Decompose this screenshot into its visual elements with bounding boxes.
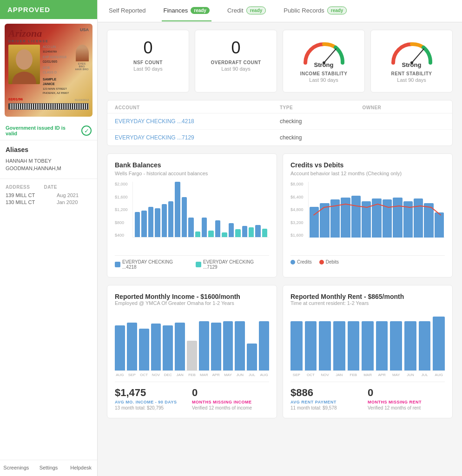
stat-cards-row: 0 NSF COUNT Last 90 days 0 OVERDRAFT COU… [107,30,453,93]
income-stability-gauge: Strong INCOME STABILITY Last 90 days [290,40,357,83]
rent-stability-gauge: Strong RENT STABILITY Last 90 days [378,40,445,83]
credits-debits-subtitle: Account behavior last 12 months (Checkin… [290,171,445,176]
overdraft-count-label: OVERDRAFT COUNT [203,60,269,65]
id-valid-text: Government issued ID is valid [6,125,79,136]
top-nav: Self Reported Finances ready Credit read… [98,0,462,22]
missing-rent-label: MONTHS MISSING RENT [368,400,445,404]
addresses-section: ADDRESS DATE 139 MILL CT Aug 2021 130 MI… [0,179,97,460]
rent-stability-days: Last 90 days [397,77,426,83]
bank-balances-legend: EVERYDAY CHECKING ...4218 EVERYDAY CHECK… [115,255,269,270]
col-header-account: ACCOUNT [115,105,280,110]
income-rent-row: Reported Monthly Income - $1600/month Em… [107,285,453,418]
address-row: 139 MILL CT Aug 2021 [6,192,92,198]
tab-finances[interactable]: Finances ready [162,0,211,21]
bank-balances-chart: $2,000 $1,600 $1,200 $800 $400 [115,182,269,251]
avg-income-sublabel: 13 month total: $20,795 [115,405,192,410]
alias-item: GOODMAN,HANNAH,M [6,165,92,171]
avg-income-label: AVG MO. INCOME - 90 DAYS [115,400,192,404]
monthly-income-subtitle: Employed @ YMCA Of Greater Omaha for 1-2… [115,300,269,306]
accounts-header-row: ACCOUNT TYPE OWNER [107,100,452,113]
monthly-rent-title: Reported Monthly Rent - $865/month [290,293,445,300]
sidebar-nav-helpdesk[interactable]: Helpdesk [65,460,97,476]
avg-rent-label: AVG RENT PAYMENT [290,400,368,404]
credits-debits-card: Credits vs Debits Account behavior last … [283,153,453,278]
nsf-count-card: 0 NSF COUNT Last 90 days [107,30,189,93]
monthly-income-stats: $1,475 AVG MO. INCOME - 90 DAYS 13 month… [115,382,269,410]
missing-rent-value: 0 [368,387,445,399]
address-row: 130 MILL CT Jan 2020 [6,199,92,205]
monthly-income-card: Reported Monthly Income - $1600/month Em… [107,285,277,418]
monthly-income-labels: AUG SEP OCT NOV DEC JAN FEB MAR APR MAY … [115,373,269,377]
approved-banner: APPROVED [0,0,97,19]
legend-item-0: EVERYDAY CHECKING ...4218 [115,259,188,270]
bank-balances-card: Bank Balances Wells Fargo - historical a… [107,153,277,278]
legend-item-1: EVERYDAY CHECKING ...7129 [196,259,269,270]
charts-row: Bank Balances Wells Fargo - historical a… [107,153,453,278]
svg-line-3 [412,49,424,63]
overdraft-count-sublabel: Last 90 days [203,66,269,72]
credits-debits-chart: $8,000 $6,400 $4,800 $3,200 $1,600 [290,182,445,251]
missing-income-sublabel: Verified 12 months of income [192,405,269,410]
svg-line-1 [324,49,336,63]
tab-self-reported[interactable]: Self Reported [107,0,148,21]
nsf-count-sublabel: Last 90 days [115,66,181,72]
monthly-rent-card: Reported Monthly Rent - $865/month Time … [283,285,453,418]
alias-item: HANNAH M TOBEY [6,158,92,164]
account-owner-1 [363,134,445,141]
account-name-0[interactable]: EVERYDAY CHECKING ...4218 [115,118,280,125]
col-header-owner: OWNER [363,105,445,110]
credits-debits-legend: Credits Debits [290,255,445,264]
income-stability-card: Strong INCOME STABILITY Last 90 days [283,30,365,93]
avg-rent-sublabel: 11 month total: $9,578 [290,405,368,410]
account-owner-0 [363,118,445,125]
id-title: DRIVER LICENSE [8,40,49,43]
nsf-count-value: 0 [115,40,181,56]
svg-point-0 [16,49,33,70]
overdraft-count-value: 0 [203,40,269,56]
account-type-1: checking [280,134,363,141]
monthly-rent-labels: SEP OCT NOV JAN FEB MAR APR MAY JUN JUL … [290,373,445,377]
avg-income-value: $1,475 [115,387,192,399]
account-type-0: checking [280,118,363,125]
tab-credit[interactable]: Credit ready [225,0,268,22]
bank-balances-title: Bank Balances [115,161,269,169]
sidebar-nav-screenings[interactable]: Screenings [0,460,33,476]
monthly-rent-chart [290,311,445,371]
missing-rent-sublabel: Verified 12 months of rent [368,405,445,410]
account-row-1: EVERYDAY CHECKING ...7129 checking [107,130,452,145]
sidebar: APPROVED Arizona DRIVER LICENSE USA [0,0,98,476]
sidebar-nav-settings[interactable]: Settings [33,460,65,476]
credit-badge: ready [246,7,266,14]
monthly-rent-stats: $886 AVG RENT PAYMENT 11 month total: $9… [290,382,445,410]
aliases-section: Aliases HANNAH M TOBEY GOODMAN,HANNAH,M [0,140,97,179]
monthly-income-chart [115,311,269,371]
account-row-0: EVERYDAY CHECKING ...4218 checking [107,113,452,130]
finances-badge: ready [191,7,210,14]
income-stability-label: Strong [314,61,334,68]
account-name-1[interactable]: EVERYDAY CHECKING ...7129 [115,134,280,141]
debits-legend-item: Debits [319,259,339,264]
credits-debits-title: Credits vs Debits [290,161,445,169]
income-stability-days: Last 90 days [309,77,338,83]
nsf-count-label: NSF COUNT [115,60,181,65]
public-records-badge: ready [327,7,347,14]
tab-public-records[interactable]: Public Records ready [282,0,349,22]
addresses-header: ADDRESS DATE [6,185,92,190]
overdraft-count-card: 0 OVERDRAFT COUNT Last 90 days [195,30,277,93]
income-stability-main-label: INCOME STABILITY [300,71,348,76]
id-card: Arizona DRIVER LICENSE USA ACO LIN 3 [5,24,92,117]
id-valid-row: Government issued ID is valid ✓ [0,121,97,140]
content-area: 0 NSF COUNT Last 90 days 0 OVERDRAFT COU… [98,22,462,476]
avg-rent-value: $886 [290,387,368,399]
col-header-type: TYPE [280,105,363,110]
monthly-rent-subtitle: Time at current resident: 1-2 Years [290,300,445,306]
main-content: Self Reported Finances ready Credit read… [98,0,462,476]
accounts-card: ACCOUNT TYPE OWNER EVERYDAY CHECKING ...… [107,100,453,146]
id-state: Arizona [8,27,49,40]
rent-stability-label: Strong [402,61,422,68]
valid-check-icon: ✓ [81,126,92,136]
rent-stability-card: Strong RENT STABILITY Last 90 days [370,30,453,93]
missing-income-label: MONTHS MISSING INCOME [192,400,269,404]
aliases-title: Aliases [6,146,92,153]
credits-legend-item: Credits [290,259,312,264]
